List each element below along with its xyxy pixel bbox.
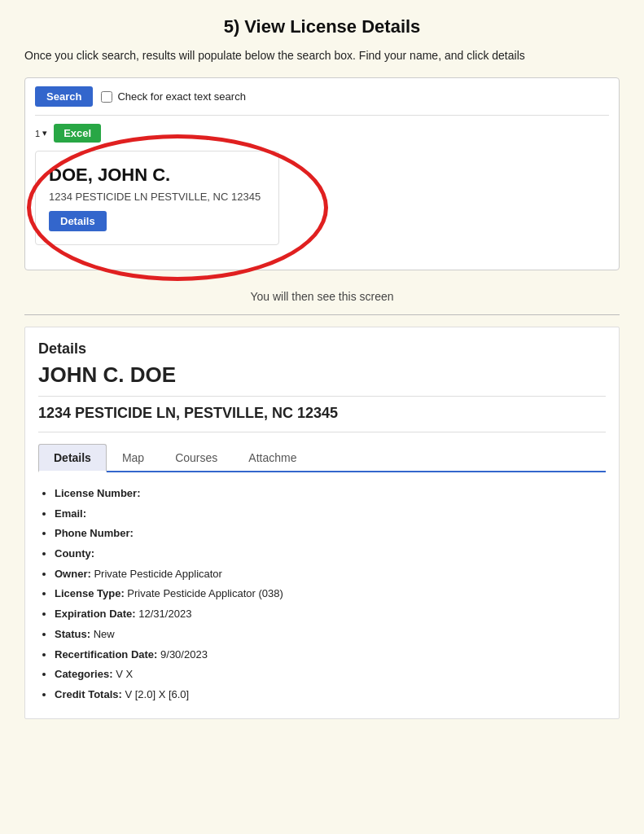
search-box-area: Search Check for exact text search 1 ▾ E… [24, 77, 620, 270]
transition-text: You will then see this screen [24, 290, 620, 303]
list-item: Recertification Date: 9/30/2023 [55, 645, 606, 665]
exact-text-checkbox-group: Check for exact text search [101, 90, 246, 103]
intro-text: Once you click search, results will popu… [24, 47, 620, 64]
result-details-button[interactable]: Details [49, 211, 107, 231]
details-section: Details JOHN C. DOE 1234 PESTICIDE LN, P… [24, 327, 620, 719]
search-button[interactable]: Search [35, 86, 93, 107]
page-title: 5) View License Details [24, 16, 620, 37]
list-item: Phone Number: [55, 524, 606, 544]
list-item: License Type: Private Pesticide Applicat… [55, 584, 606, 604]
list-item: County: [55, 544, 606, 564]
dropdown-arrow-icon[interactable]: ▾ [42, 128, 47, 138]
tab-courses[interactable]: Courses [160, 444, 233, 471]
result-address: 1234 PESTICIDE LN PESTVILLE, NC 12345 [49, 191, 265, 203]
tab-attachments[interactable]: Attachme [233, 444, 312, 471]
exact-text-label: Check for exact text search [117, 90, 246, 103]
page-number-value: 1 [35, 129, 40, 138]
exact-text-checkbox[interactable] [101, 91, 112, 103]
list-item: Status: New [55, 625, 606, 645]
tabs-row: Details Map Courses Attachme [38, 444, 606, 472]
page-number: 1 ▾ [35, 128, 47, 138]
tab-details[interactable]: Details [38, 444, 107, 472]
list-item: Email: [55, 504, 606, 525]
excel-button[interactable]: Excel [54, 124, 101, 143]
details-address: 1234 PESTICIDE LN, PESTVILLE, NC 12345 [38, 405, 606, 432]
pagination-row: 1 ▾ Excel [35, 124, 609, 143]
tab-map[interactable]: Map [107, 444, 160, 471]
details-list: License Number: Email: Phone Number: Cou… [38, 484, 606, 705]
list-item: Categories: V X [55, 665, 606, 685]
details-heading: Details [38, 340, 606, 358]
result-area: DOE, JOHN C. 1234 PESTICIDE LN PESTVILLE… [35, 151, 609, 245]
details-full-name: JOHN C. DOE [38, 362, 606, 397]
list-item: Credit Totals: V [2.0] X [6.0] [55, 685, 606, 705]
list-item: Expiration Date: 12/31/2023 [55, 604, 606, 625]
search-row: Search Check for exact text search [35, 86, 609, 116]
list-item: Owner: Private Pesticide Applicator [55, 564, 606, 585]
result-card: DOE, JOHN C. 1234 PESTICIDE LN PESTVILLE… [35, 151, 279, 245]
list-item: License Number: [55, 484, 606, 504]
result-name: DOE, JOHN C. [49, 165, 265, 186]
section-divider [24, 314, 620, 315]
